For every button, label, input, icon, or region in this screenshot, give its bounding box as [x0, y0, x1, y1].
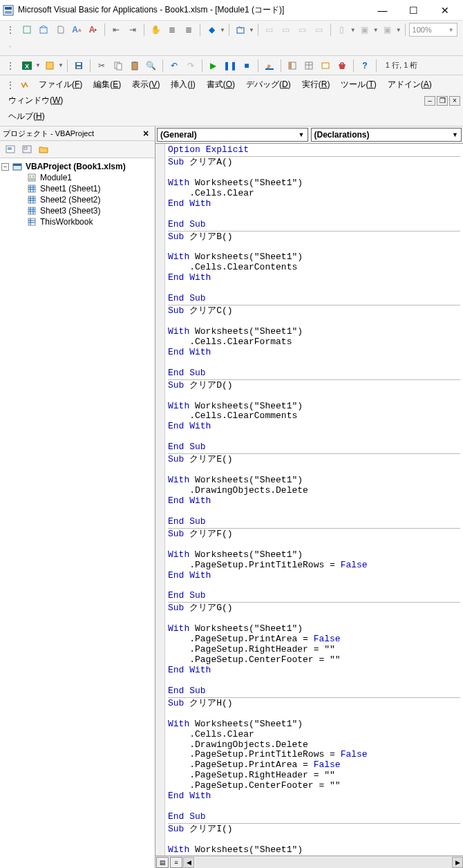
- project-tree: − VBAProject (Book1.xlsm) Module1 Sheet1…: [0, 158, 155, 230]
- menu-debug[interactable]: デバッグ(D): [240, 77, 296, 93]
- project-explorer-icon[interactable]: [285, 58, 300, 73]
- code-margin: [155, 144, 165, 856]
- procedure-combo[interactable]: (Declarations) ▼: [311, 128, 462, 142]
- view-object-icon[interactable]: [19, 142, 35, 156]
- menu-addins[interactable]: アドイン(A): [382, 77, 437, 93]
- toolbar-dropdown[interactable]: ▣▼: [380, 22, 401, 37]
- tree-collapse-icon[interactable]: −: [1, 163, 9, 171]
- toolbar-btn[interactable]: ◦: [3, 39, 18, 54]
- tree-item-thisworkbook[interactable]: ThisWorkbook: [1, 216, 153, 227]
- menu-window[interactable]: ウィンドウ(W): [3, 93, 68, 108]
- toolbar-btn[interactable]: [53, 22, 68, 37]
- paste-icon[interactable]: [127, 58, 142, 73]
- tree-item-label: Sheet3 (Sheet3): [40, 206, 100, 216]
- cut-icon[interactable]: ✂: [94, 58, 109, 73]
- menu-format[interactable]: 書式(O): [201, 77, 240, 93]
- doc-close-button[interactable]: ×: [449, 96, 460, 106]
- properties-icon[interactable]: [301, 58, 316, 73]
- code-editor[interactable]: Option Explicit Sub クリアA() With Workshee…: [155, 144, 463, 856]
- run-icon[interactable]: ▶: [206, 58, 221, 73]
- design-mode-icon[interactable]: [262, 58, 277, 73]
- doc-restore-button[interactable]: ❐: [437, 96, 448, 106]
- svg-rect-13: [117, 64, 122, 70]
- menu-view[interactable]: 表示(V): [126, 77, 165, 93]
- find-icon[interactable]: 🔍: [144, 58, 159, 73]
- toolbar-btn[interactable]: ▭: [295, 22, 310, 37]
- procedure-view-button[interactable]: ▤: [156, 857, 169, 868]
- svg-rect-22: [322, 63, 329, 68]
- toolbar-btn[interactable]: ≣: [181, 22, 196, 37]
- toolbox-icon[interactable]: [334, 58, 350, 73]
- save-icon[interactable]: [71, 58, 86, 73]
- svg-rect-29: [13, 164, 21, 166]
- doc-minimize-button[interactable]: –: [424, 96, 435, 106]
- insert-dropdown[interactable]: ▼: [42, 58, 64, 73]
- tree-item-label: Module1: [40, 173, 72, 182]
- toolbar-btn[interactable]: ▭: [278, 22, 294, 37]
- main-area: プロジェクト - VBAProject × − VBAProject (Book…: [0, 126, 463, 868]
- chevron-down-icon: ▼: [452, 131, 458, 138]
- toggle-folders-icon[interactable]: [36, 142, 51, 156]
- toolbar-btn[interactable]: Aᴀ: [69, 22, 84, 37]
- svg-rect-11: [77, 66, 81, 68]
- project-icon: [12, 162, 23, 171]
- indent-left-icon[interactable]: ⇤: [108, 22, 124, 37]
- toolbar-dropdown[interactable]: ▼: [233, 22, 254, 37]
- close-button[interactable]: ✕: [429, 1, 460, 20]
- bookmark-dropdown[interactable]: ◆▼: [204, 22, 225, 37]
- toolbar-btn[interactable]: ▭: [312, 22, 327, 37]
- tree-item-sheet1[interactable]: Sheet1 (Sheet1): [1, 183, 153, 194]
- tree-item-module1[interactable]: Module1: [1, 172, 153, 183]
- project-explorer: プロジェクト - VBAProject × − VBAProject (Book…: [0, 126, 155, 868]
- minimize-button[interactable]: —: [367, 1, 398, 20]
- menu-icon[interactable]: [18, 77, 33, 93]
- tree-project-root[interactable]: − VBAProject (Book1.xlsm): [1, 161, 153, 172]
- toolbar-btn[interactable]: [19, 22, 35, 37]
- horizontal-scrollbar[interactable]: [196, 857, 452, 868]
- svg-text:X: X: [25, 63, 29, 70]
- menu-edit[interactable]: 編集(E): [88, 77, 126, 93]
- menu-tools[interactable]: ツール(T): [335, 77, 381, 93]
- panel-close-button[interactable]: ×: [140, 128, 152, 139]
- view-code-icon[interactable]: [3, 142, 18, 156]
- chevron-down-icon: ▼: [299, 131, 305, 138]
- indent-right-icon[interactable]: ⇥: [125, 22, 140, 37]
- menu-insert[interactable]: 挿入(I): [165, 77, 200, 93]
- svg-rect-1: [5, 7, 12, 10]
- toolbar-dropdown[interactable]: ▣▼: [357, 22, 379, 37]
- menubar: ⋮ ファイル(F) 編集(E) 表示(V) 挿入(I) 書式(O) デバッグ(D…: [0, 75, 463, 126]
- tree-item-sheet3[interactable]: Sheet3 (Sheet3): [1, 205, 153, 216]
- excel-dropdown[interactable]: X▼: [19, 58, 41, 73]
- tree-item-sheet2[interactable]: Sheet2 (Sheet2): [1, 194, 153, 205]
- svg-point-31: [30, 176, 31, 177]
- svg-rect-15: [133, 62, 136, 63]
- copy-icon[interactable]: [111, 58, 126, 73]
- menu-run[interactable]: 実行(R): [296, 77, 336, 93]
- toolbar-btn[interactable]: A▸: [86, 22, 101, 37]
- scroll-left-button[interactable]: ◀: [183, 857, 194, 868]
- titlebar: Microsoft Visual Basic for Applications …: [0, 0, 463, 21]
- redo-icon[interactable]: ↷: [183, 58, 198, 73]
- svg-rect-35: [28, 185, 35, 192]
- tree-item-label: Sheet2 (Sheet2): [40, 195, 100, 205]
- svg-rect-10: [77, 63, 81, 65]
- full-module-view-button[interactable]: ≡: [170, 857, 182, 868]
- hand-icon[interactable]: ✋: [148, 22, 163, 37]
- scroll-right-button[interactable]: ▶: [452, 857, 463, 868]
- stop-icon[interactable]: ■: [239, 58, 254, 73]
- toolbar-dropdown[interactable]: ▯▼: [334, 22, 356, 37]
- toolbar-btn[interactable]: ≣: [164, 22, 180, 37]
- zoom-combo[interactable]: 100%▼: [409, 23, 457, 37]
- toolbar-btn[interactable]: ▭: [262, 22, 277, 37]
- object-combo[interactable]: (General) ▼: [157, 128, 308, 142]
- code-text[interactable]: Option Explicit Sub クリアA() With Workshee…: [165, 144, 463, 856]
- undo-icon[interactable]: ↶: [167, 58, 182, 73]
- menu-help[interactable]: ヘルプ(H): [3, 108, 50, 124]
- toolbar-btn[interactable]: [36, 22, 51, 37]
- menu-file[interactable]: ファイル(F): [33, 77, 88, 93]
- object-browser-icon[interactable]: [318, 58, 333, 73]
- help-icon[interactable]: ?: [357, 58, 372, 73]
- maximize-button[interactable]: ☐: [398, 1, 429, 20]
- project-panel-title: プロジェクト - VBAProject: [3, 129, 94, 139]
- pause-icon[interactable]: ❚❚: [223, 58, 238, 73]
